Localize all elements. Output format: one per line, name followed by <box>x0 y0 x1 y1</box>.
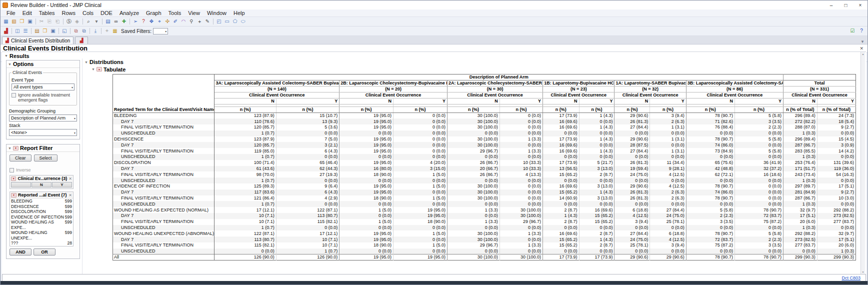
close-button[interactable]: × <box>853 0 868 10</box>
save-review-icon[interactable]: ▣ <box>49 28 57 35</box>
menu-item-window[interactable]: Window <box>204 10 230 16</box>
filter-list-item[interactable]: BLEEDING599 <box>10 198 73 204</box>
preview-report-icon[interactable]: ◱ <box>60 28 68 35</box>
inverse-checkbox[interactable] <box>10 168 14 172</box>
open-icon[interactable]: ❒ <box>18 18 26 26</box>
star-icon[interactable]: ✦ <box>103 28 111 35</box>
and-button[interactable]: AND <box>10 248 32 256</box>
magnifier-tool-icon[interactable]: ⚲ <box>188 18 196 26</box>
filter-list-item[interactable]: DISCOLORATION599 <box>10 209 73 214</box>
export-report-icon[interactable]: ⧉ <box>72 28 80 35</box>
status-study-link[interactable]: Dct C803 <box>842 276 866 280</box>
lock-icon[interactable]: ◈ <box>73 18 81 26</box>
scroll-down-icon[interactable]: ▼ <box>862 270 864 274</box>
find-binoculars-icon[interactable]: ∞ <box>112 18 120 26</box>
maximize-button[interactable]: □ <box>838 0 853 10</box>
tab-clinical-events-distribution[interactable]: ▟ Clinical Events Distribution <box>2 36 74 44</box>
lasso-tool-icon[interactable]: ◠ <box>180 18 188 26</box>
filter-list-item[interactable]: DEHISCENCE599 <box>10 204 73 210</box>
oval-tool-icon[interactable]: ⬭ <box>239 18 247 26</box>
scroll-up-icon[interactable]: ▲ <box>862 52 864 56</box>
settings-check-icon[interactable]: ☑ <box>848 28 856 35</box>
table-cell: 29 (90.6) <box>614 184 650 190</box>
import-report-icon[interactable]: ⧉ <box>80 28 88 35</box>
review-chart-icon[interactable]: ▟ <box>2 28 10 35</box>
help-icon[interactable]: ? <box>858 28 866 35</box>
ignore-flags-checkbox[interactable] <box>12 93 16 98</box>
review-windows-icon[interactable]: ◫ <box>14 28 22 35</box>
filter-list-item[interactable]: EVIDENCE OF INFECTION599 <box>10 214 73 220</box>
menu-item-analyze[interactable]: Analyze <box>116 10 142 16</box>
occurrence-redtriangle-icon[interactable]: ▼ <box>11 176 16 181</box>
copy-icon[interactable]: ⎘ <box>46 18 54 26</box>
crosshair-tool-icon[interactable]: ⌖ <box>156 18 164 26</box>
brush-tool-icon[interactable]: ✐ <box>172 18 180 26</box>
polygon-tool-icon[interactable]: ⬠ <box>231 18 239 26</box>
occurrence-close-icon[interactable]: ✕ <box>68 176 72 181</box>
script-icon[interactable]: Ⓢ <box>65 18 73 26</box>
menu-item-help[interactable]: Help <box>230 10 248 16</box>
vertical-scrollbar[interactable]: ▲ ▼ <box>860 52 865 274</box>
search-icon[interactable]: ⌕ <box>84 18 92 26</box>
menu-item-rows[interactable]: Rows <box>58 10 80 16</box>
notes-icon[interactable]: ▦ <box>111 28 119 35</box>
options-disclosure-icon[interactable]: ▼ <box>8 62 12 66</box>
menu-item-view[interactable]: View <box>184 10 204 16</box>
reported-event-close-icon[interactable]: ✕ <box>68 193 72 198</box>
text-tool-icon[interactable]: ▭ <box>223 18 231 26</box>
search-dropdown-icon[interactable]: ▾ <box>92 18 100 26</box>
demographic-grouping-dropdown[interactable]: Description of Planned Arm▾ <box>9 114 77 122</box>
menu-item-edit[interactable]: Edit <box>19 10 36 16</box>
table-cell: 0 (0.0) <box>500 190 542 196</box>
stack-dropdown[interactable]: <None>▾ <box>9 129 77 136</box>
reported-event-redtriangle-icon[interactable]: ▼ <box>11 193 16 198</box>
review-outline-icon[interactable]: ☰ <box>22 28 30 35</box>
paste-icon[interactable]: ⎗ <box>54 18 62 26</box>
or-button[interactable]: OR <box>34 248 56 256</box>
report-filter-disclosure-icon[interactable]: ▼ <box>8 146 12 150</box>
tabulate-redtriangle-icon[interactable]: ▼ <box>96 67 102 72</box>
filter-list-item[interactable]: WOUND HEALING AS EXPE...599 <box>10 220 73 230</box>
pencil-tool-icon[interactable]: ✎ <box>204 18 212 26</box>
select-button[interactable]: Select <box>34 154 58 162</box>
occurrence-segment-N[interactable]: N <box>32 182 52 188</box>
data-table-icon[interactable]: ▤ <box>104 18 112 26</box>
download-report-icon[interactable]: ⤓ <box>92 28 100 35</box>
tabulate-disclosure-icon[interactable]: ▼ <box>92 68 95 71</box>
report-close-icon[interactable]: ✕ <box>860 46 868 51</box>
tab-filter-icon[interactable]: ▼ <box>860 40 868 44</box>
occurrence-segment-Y[interactable]: Y <box>52 182 72 188</box>
menu-item-tools[interactable]: Tools <box>165 10 185 16</box>
help-tool-icon[interactable]: ? <box>140 18 148 26</box>
tab-report-icon-only[interactable]: ▟ <box>75 36 88 44</box>
menu-item-cols[interactable]: Cols <box>79 10 97 16</box>
table-cell: 74 (86.0) <box>686 190 734 196</box>
plus-tool-icon[interactable]: ＋ <box>196 18 204 26</box>
menu-item-doe[interactable]: DOE <box>97 10 116 16</box>
table-cell: 1 (5.0) <box>394 196 448 202</box>
occurrence-segment-blank[interactable] <box>11 182 31 188</box>
minimize-button[interactable]: – <box>824 0 838 10</box>
menu-item-tables[interactable]: Tables <box>36 10 58 16</box>
new-journal-icon[interactable]: ▧ <box>10 18 18 26</box>
event-type-dropdown[interactable]: All event types▾ <box>12 84 74 90</box>
distributions-disclosure-icon[interactable]: ▼ <box>84 60 88 64</box>
menu-item-file[interactable]: File <box>3 10 19 16</box>
save-icon[interactable]: ▣ <box>26 18 34 26</box>
menu-item-graph[interactable]: Graph <box>142 10 165 16</box>
filter-list-item[interactable]: ???28 <box>10 240 73 246</box>
add-rows-icon[interactable]: ✚ <box>120 18 128 26</box>
new-data-table-icon[interactable]: ▦ <box>2 18 10 26</box>
open-review-icon[interactable]: ❒ <box>41 28 49 35</box>
saved-filters-dropdown[interactable]: ▾ <box>153 28 168 34</box>
clear-button[interactable]: Clear <box>10 154 32 162</box>
arrow-tool-icon[interactable]: ➢ <box>132 18 140 26</box>
results-disclosure-icon[interactable]: ▼ <box>4 54 8 58</box>
annotate-tool-icon[interactable]: ◰ <box>215 18 223 26</box>
report-filter-redtriangle-icon[interactable]: ▼ <box>13 146 18 150</box>
report-doc-icon[interactable]: ▤ <box>33 28 41 35</box>
filter-list-item[interactable]: WOUND HEALING UNEXPE...599 <box>10 230 73 240</box>
cut-icon[interactable]: ✂ <box>38 18 46 26</box>
move-tool-icon[interactable]: ✥ <box>148 18 156 26</box>
grabber-tool-icon[interactable]: ✣ <box>164 18 172 26</box>
